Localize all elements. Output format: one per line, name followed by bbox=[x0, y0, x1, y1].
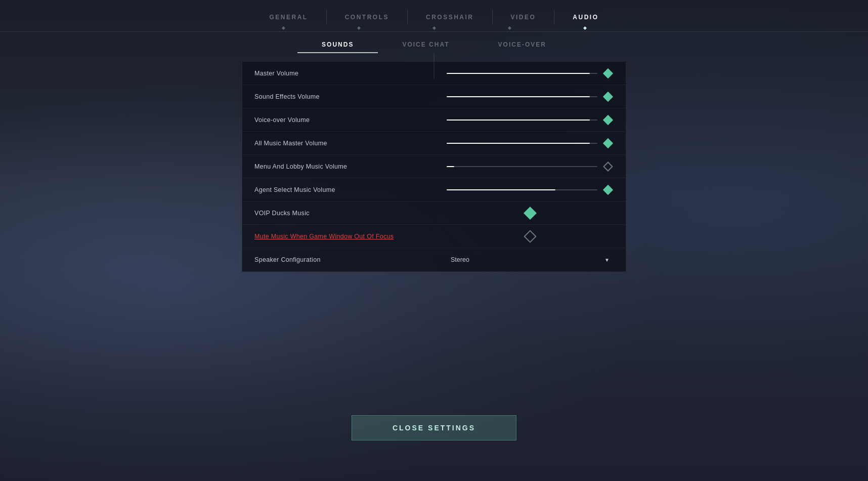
setting-row-all-music-master-volume: All Music Master Volume bbox=[242, 132, 626, 155]
subnav-item-voice-chat[interactable]: VOICE CHAT bbox=[378, 37, 473, 53]
nav-item-audio[interactable]: AUDIO bbox=[554, 11, 617, 24]
nav-dot-video bbox=[507, 26, 511, 30]
top-nav bbox=[0, 0, 868, 5]
setting-label-sound-effects-volume: Sound Effects Volume bbox=[254, 93, 447, 100]
toggle-mute-music-focus[interactable] bbox=[447, 232, 614, 241]
setting-control-sound-effects-volume bbox=[447, 91, 614, 102]
setting-label-voip-ducks-music: VOIP Ducks Music bbox=[254, 210, 447, 217]
toggle-voip-ducks-music[interactable] bbox=[447, 209, 614, 218]
setting-control-mute-music-focus bbox=[447, 232, 614, 241]
slider-master-volume[interactable] bbox=[447, 68, 597, 78]
nav-dot-row bbox=[264, 24, 604, 29]
setting-control-agent-select-music-volume bbox=[447, 184, 614, 195]
subnav-row: SOUNDSVOICE CHATVOICE-OVER bbox=[297, 37, 571, 53]
dropdown-value-speaker-configuration: Stereo bbox=[451, 256, 469, 263]
setting-label-menu-lobby-music-volume: Menu And Lobby Music Volume bbox=[254, 163, 447, 170]
slider-agent-select-music-volume[interactable] bbox=[447, 185, 597, 195]
setting-control-master-volume bbox=[447, 68, 614, 79]
reset-diamond-master-volume[interactable] bbox=[602, 68, 614, 79]
setting-row-voice-over-volume: Voice-over Volume bbox=[242, 108, 626, 132]
setting-label-voice-over-volume: Voice-over Volume bbox=[254, 116, 447, 124]
dropdown-arrow-speaker-configuration: ▼ bbox=[604, 257, 610, 263]
slider-all-music-master-volume[interactable] bbox=[447, 138, 597, 148]
reset-diamond-menu-lobby-music-volume[interactable] bbox=[602, 161, 614, 172]
setting-row-menu-lobby-music-volume: Menu And Lobby Music Volume bbox=[242, 155, 626, 178]
settings-panel: Master VolumeSound Effects VolumeVoice-o… bbox=[242, 61, 626, 272]
setting-row-mute-music-focus: Mute Music When Game Window Out Of Focus bbox=[242, 225, 626, 248]
nav-item-crosshair[interactable]: CROSSHAIR bbox=[408, 11, 492, 24]
nav-dot-controls bbox=[357, 26, 360, 30]
subnav-item-sounds[interactable]: SOUNDS bbox=[297, 37, 378, 53]
subnav-item-voice-over[interactable]: VOICE-OVER bbox=[474, 37, 571, 53]
setting-control-voip-ducks-music bbox=[447, 209, 614, 218]
nav-dot-crosshair bbox=[432, 26, 436, 30]
reset-diamond-voice-over-volume[interactable] bbox=[602, 114, 614, 126]
setting-control-speaker-configuration: Stereo▼ bbox=[447, 254, 614, 265]
setting-label-mute-music-focus: Mute Music When Game Window Out Of Focus bbox=[254, 233, 447, 240]
setting-row-agent-select-music-volume: Agent Select Music Volume bbox=[242, 178, 626, 202]
nav-dot-audio bbox=[583, 26, 586, 30]
nav-dot-general bbox=[281, 26, 285, 30]
setting-control-all-music-master-volume bbox=[447, 138, 614, 149]
nav-item-video[interactable]: VIDEO bbox=[493, 11, 554, 24]
top-nav-row: GENERALCONTROLSCROSSHAIRVIDEOAUDIO bbox=[251, 5, 617, 24]
reset-diamond-agent-select-music-volume[interactable] bbox=[602, 184, 614, 195]
reset-diamond-all-music-master-volume[interactable] bbox=[602, 138, 614, 149]
slider-voice-over-volume[interactable] bbox=[447, 115, 597, 125]
setting-label-master-volume: Master Volume bbox=[254, 70, 447, 77]
slider-menu-lobby-music-volume[interactable] bbox=[447, 162, 597, 172]
close-settings-button[interactable]: CLOSE SETTINGS bbox=[352, 415, 516, 440]
setting-control-voice-over-volume bbox=[447, 114, 614, 126]
nav-item-general[interactable]: GENERAL bbox=[251, 11, 326, 24]
setting-control-menu-lobby-music-volume bbox=[447, 161, 614, 172]
setting-label-speaker-configuration: Speaker Configuration bbox=[254, 256, 447, 263]
setting-label-all-music-master-volume: All Music Master Volume bbox=[254, 140, 447, 147]
slider-sound-effects-volume[interactable] bbox=[447, 92, 597, 102]
setting-row-speaker-configuration: Speaker ConfigurationStereo▼ bbox=[242, 248, 626, 271]
reset-diamond-sound-effects-volume[interactable] bbox=[602, 91, 614, 102]
dropdown-speaker-configuration[interactable]: Stereo▼ bbox=[447, 254, 614, 265]
setting-row-voip-ducks-music: VOIP Ducks Music bbox=[242, 202, 626, 225]
nav-item-controls[interactable]: CONTROLS bbox=[327, 11, 407, 24]
setting-label-agent-select-music-volume: Agent Select Music Volume bbox=[254, 186, 447, 193]
subnav-connector-line bbox=[433, 53, 434, 78]
setting-row-sound-effects-volume: Sound Effects Volume bbox=[242, 85, 626, 108]
